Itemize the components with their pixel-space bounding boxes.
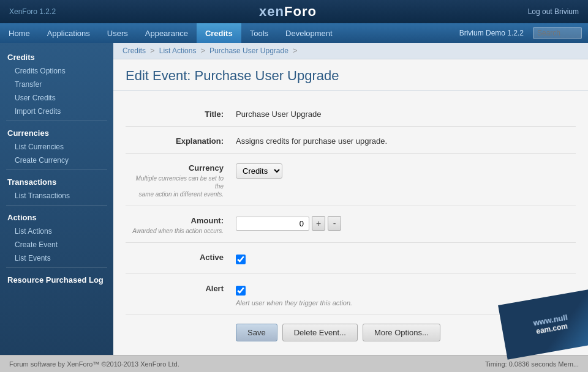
breadcrumb-credits[interactable]: Credits: [123, 46, 146, 55]
currency-select[interactable]: Credits: [236, 163, 282, 179]
sidebar-item-user-credits[interactable]: User Credits: [0, 91, 113, 105]
breadcrumb-sep-1: >: [150, 46, 156, 55]
sidebar-divider-1: [6, 121, 107, 121]
amount-increment-button[interactable]: +: [312, 216, 325, 231]
breadcrumb-sep-2: >: [201, 46, 207, 55]
form-label-amount: Amount:: [191, 214, 224, 225]
page-title: Edit Event: Purchase User Upgrade: [126, 68, 576, 84]
breadcrumb-list-actions[interactable]: List Actions: [159, 46, 197, 55]
sidebar-item-list-events[interactable]: List Events: [0, 251, 113, 265]
nav-home[interactable]: Home: [0, 23, 39, 43]
amount-input[interactable]: [236, 217, 309, 231]
sidebar-section-resource-log[interactable]: Resource Purchased Log: [0, 270, 113, 287]
sidebar-section-actions: Actions: [0, 208, 113, 225]
nav-search-input[interactable]: [533, 27, 582, 39]
amount-input-group: + -: [236, 216, 576, 231]
nav-development[interactable]: Development: [277, 23, 341, 43]
form-label-explanation: Explanation:: [126, 134, 236, 146]
sidebar-item-import-credits[interactable]: Import Credits: [0, 105, 113, 118]
sidebar-item-list-currencies[interactable]: List Currencies: [0, 140, 113, 154]
breadcrumb-purchase-upgrade[interactable]: Purchase User Upgrade: [209, 46, 288, 55]
nav-applications[interactable]: Applications: [39, 23, 99, 43]
form-value-amount: + -: [236, 214, 576, 231]
sidebar-item-create-event[interactable]: Create Event: [0, 238, 113, 251]
form-label-alert: Alert: [205, 281, 224, 293]
form-row-explanation: Explanation: Assigns credits for purchas…: [126, 127, 576, 154]
logo-xen: xen: [259, 4, 284, 19]
sidebar-divider-4: [6, 267, 107, 268]
sidebar-section-transactions: Transactions: [0, 173, 113, 189]
delete-event-button[interactable]: Delete Event...: [282, 324, 358, 341]
breadcrumb: Credits > List Actions > Purchase User U…: [113, 43, 588, 59]
nav-tools[interactable]: Tools: [241, 23, 277, 43]
form-row-currency: Currency Multiple currencies can be set …: [126, 154, 576, 206]
form-label-amount-hint: Awarded when this action occurs.: [132, 227, 224, 235]
site-version: XenForo 1.2.2: [9, 7, 83, 16]
form-row-amount: Amount: Awarded when this action occurs.…: [126, 206, 576, 243]
logo: xenForo: [83, 4, 493, 20]
form-row-active: Active: [126, 243, 576, 274]
form-label-alert-group: Alert: [126, 281, 236, 293]
form-label-active: Active: [126, 250, 236, 262]
logo-foro: Foro: [284, 4, 317, 19]
sidebar-divider-3: [6, 205, 107, 206]
footer-right: Timing: 0.0836 seconds Mem...: [485, 360, 579, 368]
nav-right-site: Brivium Demo 1.2.2: [459, 29, 524, 37]
sidebar-item-list-actions[interactable]: List Actions: [0, 225, 113, 238]
sidebar-divider-2: [6, 169, 107, 170]
top-bar: XenForo 1.2.2 xenForo Log out Brivium: [0, 0, 588, 23]
form-row-title: Title: Purchase User Upgrade: [126, 100, 576, 127]
sidebar-item-create-currency[interactable]: Create Currency: [0, 154, 113, 167]
footer-left: Forum software by XenForo™ ©2010-2013 Xe…: [9, 360, 179, 368]
more-options-button[interactable]: More Options...: [363, 324, 440, 341]
form-label-currency-group: Currency Multiple currencies can be set …: [126, 161, 236, 198]
alert-checkbox[interactable]: [236, 286, 246, 296]
nav-bar: Home Applications Users Appearance Credi…: [0, 23, 588, 43]
save-button[interactable]: Save: [236, 324, 277, 341]
nav-right: Brivium Demo 1.2.2: [459, 23, 588, 43]
footer: Forum software by XenForo™ ©2010-2013 Xe…: [0, 355, 588, 372]
sidebar-item-transfer[interactable]: Transfer: [0, 78, 113, 91]
form-value-explanation: Assigns credits for purchase user upgrad…: [236, 134, 576, 146]
sidebar: Credits Credits Options Transfer User Cr…: [0, 43, 113, 355]
form-value-currency: Credits: [236, 161, 576, 179]
page-title-area: Edit Event: Purchase User Upgrade: [113, 59, 588, 91]
active-checkbox[interactable]: [236, 255, 246, 264]
nav-appearance[interactable]: Appearance: [137, 23, 197, 43]
sidebar-item-credits-options[interactable]: Credits Options: [0, 64, 113, 78]
nav-users[interactable]: Users: [99, 23, 137, 43]
form-label-currency-hint: Multiple currencies can be set to the sa…: [126, 174, 224, 198]
sidebar-section-currencies: Currencies: [0, 124, 113, 140]
sidebar-section-credits: Credits: [0, 48, 113, 64]
form-label-amount-group: Amount: Awarded when this action occurs.: [126, 214, 236, 235]
logout-text[interactable]: Log out Brivium: [493, 7, 579, 16]
form-value-active: [236, 250, 576, 266]
sidebar-item-list-transactions[interactable]: List Transactions: [0, 189, 113, 203]
form-label-currency: Currency: [189, 161, 224, 173]
amount-decrement-button[interactable]: -: [328, 216, 341, 231]
breadcrumb-sep-3: >: [293, 46, 297, 55]
nav-credits[interactable]: Credits: [197, 23, 241, 43]
form-value-title: Purchase User Upgrade: [236, 107, 576, 119]
form-label-title: Title:: [126, 107, 236, 119]
